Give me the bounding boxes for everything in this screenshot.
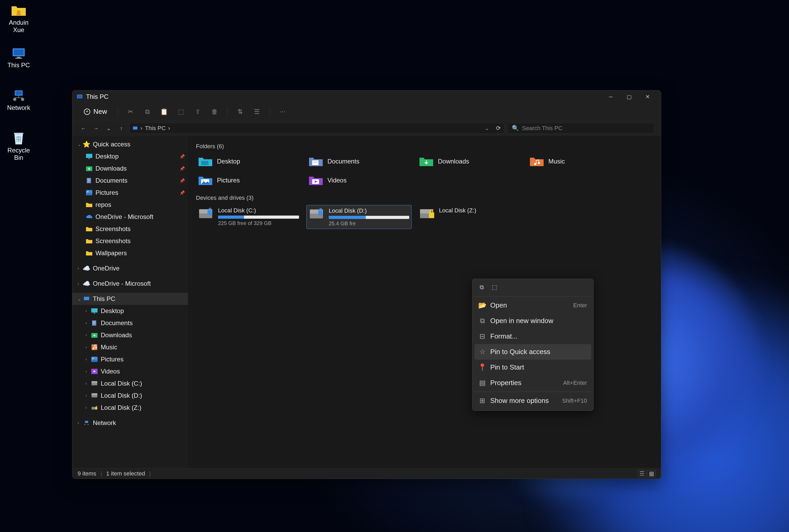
sidebar-qa-item-6[interactable]: Screenshots bbox=[72, 223, 188, 235]
folder-icon bbox=[198, 156, 213, 167]
delete-icon[interactable]: 🗑 bbox=[209, 107, 220, 117]
folder-icon bbox=[198, 174, 213, 186]
svg-point-64 bbox=[321, 215, 322, 216]
view-icons-button[interactable]: ▦ bbox=[647, 470, 656, 477]
folder-pictures[interactable]: Pictures bbox=[196, 172, 301, 188]
ctx-pin-to-start[interactable]: 📍Pin to Start bbox=[474, 360, 591, 375]
sidebar-pc-item-2[interactable]: ›Downloads bbox=[72, 329, 188, 341]
recent-button[interactable]: ⌄ bbox=[104, 124, 113, 133]
refresh-button[interactable]: ⟳ bbox=[496, 125, 501, 132]
sidebar-qa-item-0[interactable]: Desktop📌 bbox=[72, 150, 188, 163]
sidebar-qa-item-5[interactable]: OneDrive - Microsoft bbox=[72, 211, 188, 223]
close-button[interactable]: ✕ bbox=[638, 90, 657, 103]
rename-icon[interactable]: ⬚ bbox=[176, 107, 186, 117]
window-icon bbox=[76, 94, 83, 100]
folder-downloads[interactable]: Downloads bbox=[417, 153, 522, 169]
sidebar-network[interactable]: › Network bbox=[72, 417, 188, 429]
ctx-format-[interactable]: ⊟Format... bbox=[474, 328, 591, 344]
desktop-icon-thispc[interactable]: This PC bbox=[4, 46, 33, 69]
sidebar-pc-item-4[interactable]: ›Pictures bbox=[72, 353, 188, 365]
ctx-copy-icon[interactable]: ⧉ bbox=[477, 282, 487, 292]
sidebar-this-pc[interactable]: ⌄ This PC bbox=[72, 293, 188, 305]
sidebar-qa-item-4[interactable]: repos bbox=[72, 199, 188, 211]
svg-rect-45 bbox=[95, 407, 97, 410]
view-icon[interactable]: ☰ bbox=[252, 107, 262, 117]
svg-rect-39 bbox=[92, 381, 97, 383]
desktop-icon-user[interactable]: Anduin Xue bbox=[4, 4, 33, 34]
titlebar[interactable]: This PC ─ ▢ ✕ bbox=[72, 90, 661, 103]
chevron-right-icon: › bbox=[86, 321, 91, 325]
maximize-button[interactable]: ▢ bbox=[620, 90, 638, 103]
more-icon[interactable]: ⋯ bbox=[277, 107, 288, 117]
drive-item-1[interactable]: Local Disk (D:)25.4 GB fre bbox=[306, 205, 411, 229]
sidebar: ⌄ ⭐ Quick access Desktop📌Downloads📌Docum… bbox=[72, 136, 188, 468]
desktop-icon-network[interactable]: Network bbox=[4, 89, 33, 111]
downloads-icon bbox=[91, 332, 98, 338]
pictures-icon bbox=[91, 356, 98, 362]
sidebar-qa-item-7[interactable]: Screenshots bbox=[72, 235, 188, 247]
search-box[interactable]: 🔍 Search This PC bbox=[507, 123, 655, 134]
sidebar-qa-item-3[interactable]: Pictures📌 bbox=[72, 187, 188, 199]
explorer-window: This PC ─ ▢ ✕ + New ✂ ⧉ 📋 ⬚ ⇪ 🗑 ⇅ ☰ ⋯ ← … bbox=[72, 90, 661, 479]
ctx-rename-icon[interactable]: ⬚ bbox=[489, 282, 500, 292]
chevron-right-icon: › bbox=[86, 381, 91, 386]
sort-icon[interactable]: ⇅ bbox=[235, 107, 245, 117]
desktop-icon bbox=[86, 153, 93, 159]
plus-icon: + bbox=[84, 109, 90, 115]
sidebar-onedrive-ms[interactable]: › ☁️ OneDrive - Microsoft bbox=[72, 278, 188, 290]
back-button[interactable]: ← bbox=[79, 124, 88, 133]
folder-icon bbox=[529, 156, 544, 167]
disk-icon bbox=[91, 380, 98, 387]
sidebar-pc-item-0[interactable]: ›Desktop bbox=[72, 305, 188, 317]
ctx-pin-to-quick-access[interactable]: ☆Pin to Quick access bbox=[474, 344, 591, 360]
folder-icon bbox=[86, 238, 93, 244]
chevron-right-icon: › bbox=[78, 421, 83, 425]
folder-music[interactable]: Music bbox=[527, 153, 632, 169]
cut-icon[interactable]: ✂ bbox=[125, 107, 136, 117]
sidebar-qa-item-1[interactable]: Downloads📌 bbox=[72, 163, 188, 174]
chevron-right-icon: › bbox=[78, 266, 83, 271]
ctx-show-more-options[interactable]: ⊞Show more optionsShift+F10 bbox=[474, 393, 591, 408]
sidebar-onedrive[interactable]: › ☁️ OneDrive bbox=[72, 262, 188, 274]
sidebar-pc-item-6[interactable]: ›Local Disk (C:) bbox=[72, 377, 188, 390]
address-dropdown-icon[interactable]: ⌄ bbox=[484, 125, 489, 132]
drive-item-2[interactable]: Local Disk (Z:) bbox=[417, 205, 522, 229]
svg-rect-27 bbox=[92, 320, 96, 326]
drives-header: Devices and drives (3) bbox=[196, 194, 653, 201]
sidebar-pc-item-3[interactable]: ›Music bbox=[72, 341, 188, 353]
up-button[interactable]: ↑ bbox=[116, 124, 126, 133]
minimize-button[interactable]: ─ bbox=[602, 90, 620, 103]
pin-icon: 📌 bbox=[180, 178, 185, 183]
status-selected: 1 item selected bbox=[106, 470, 145, 477]
documents-icon bbox=[91, 320, 98, 326]
paste-icon[interactable]: 📋 bbox=[159, 107, 169, 117]
folder-desktop[interactable]: Desktop bbox=[196, 153, 301, 169]
svg-rect-14 bbox=[133, 127, 137, 130]
share-icon[interactable]: ⇪ bbox=[192, 107, 203, 117]
desktop-icon-recyclebin[interactable]: Recycle Bin bbox=[4, 131, 33, 162]
sidebar-qa-item-8[interactable]: Wallpapers bbox=[72, 247, 188, 259]
ctx-properties[interactable]: ▤PropertiesAlt+Enter bbox=[474, 375, 591, 391]
network-icon bbox=[10, 89, 27, 102]
sidebar-pc-item-5[interactable]: ›Videos bbox=[72, 365, 188, 377]
sidebar-qa-item-2[interactable]: Documents📌 bbox=[72, 174, 188, 187]
folder-open-icon: 📂 bbox=[479, 301, 486, 309]
sidebar-pc-item-7[interactable]: ›Local Disk (D:) bbox=[72, 390, 188, 402]
sidebar-quick-access[interactable]: ⌄ ⭐ Quick access bbox=[72, 138, 188, 150]
folder-documents[interactable]: Documents bbox=[306, 153, 411, 169]
view-details-button[interactable]: ☰ bbox=[638, 470, 646, 477]
sidebar-pc-item-1[interactable]: ›Documents bbox=[72, 317, 188, 329]
copy-icon[interactable]: ⧉ bbox=[142, 107, 152, 117]
ctx-open[interactable]: 📂OpenEnter bbox=[474, 298, 591, 313]
sidebar-pc-item-8[interactable]: ›Local Disk (Z:) bbox=[72, 402, 188, 414]
this-pc-icon bbox=[83, 296, 90, 302]
forward-button[interactable]: → bbox=[91, 124, 101, 133]
folder-videos[interactable]: Videos bbox=[306, 172, 411, 188]
new-button[interactable]: + New bbox=[79, 106, 112, 118]
drive-item-0[interactable]: Local Disk (C:)225 GB free of 329 GB bbox=[196, 205, 301, 229]
svg-rect-26 bbox=[94, 313, 95, 314]
svg-rect-49 bbox=[201, 161, 208, 165]
svg-rect-15 bbox=[86, 154, 92, 158]
ctx-open-in-new-window[interactable]: ⧉Open in new window bbox=[474, 313, 591, 328]
address-bar[interactable]: › This PC › ⌄ ⟳ bbox=[129, 123, 504, 134]
